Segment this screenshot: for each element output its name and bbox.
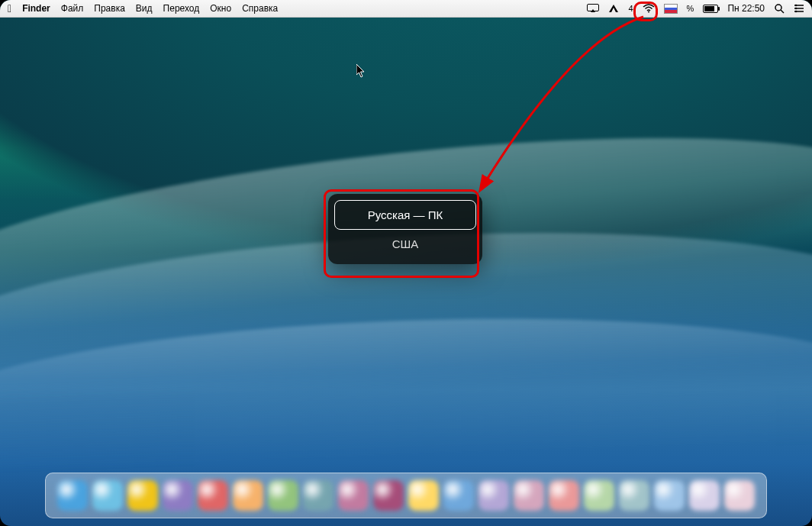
flag-icon — [664, 4, 678, 14]
dock-app[interactable] — [514, 480, 544, 511]
wifi-icon[interactable] — [643, 4, 655, 13]
dock-app[interactable] — [584, 480, 614, 511]
dock-app[interactable] — [233, 480, 263, 511]
dock-app[interactable] — [689, 480, 720, 511]
battery-icon[interactable] — [703, 5, 718, 13]
dock-app[interactable] — [478, 480, 509, 511]
clock[interactable]: Пн 22:50 — [727, 3, 765, 14]
svg-line-5 — [781, 10, 784, 13]
battery-percent-label: % — [687, 4, 694, 13]
svg-point-9 — [795, 5, 798, 7]
dock-app[interactable] — [724, 480, 755, 511]
svg-point-11 — [795, 11, 798, 13]
dock-app[interactable] — [92, 480, 123, 511]
dock-app[interactable] — [443, 480, 474, 511]
dock-app[interactable] — [163, 480, 193, 511]
desktop-screen:  Finder Файл Правка Вид Переход Окно Сп… — [0, 0, 812, 526]
dock-app[interactable] — [57, 480, 88, 511]
dock-app[interactable] — [338, 480, 369, 511]
svg-point-10 — [795, 8, 798, 10]
svg-point-3 — [648, 11, 649, 13]
bluetooth-status[interactable]: 4 — [628, 4, 633, 13]
dock-app[interactable] — [198, 480, 228, 511]
dock[interactable] — [45, 473, 767, 518]
adobe-status-icon[interactable] — [608, 4, 619, 13]
input-source-option-russian[interactable]: Русская — ПК — [334, 200, 476, 230]
dock-app[interactable] — [619, 480, 649, 511]
dock-app[interactable] — [654, 480, 685, 511]
menu-window[interactable]: Окно — [210, 3, 231, 14]
menu-go[interactable]: Переход — [163, 3, 200, 14]
menu-bar-right: 4 % Пн 22:50 — [587, 3, 804, 14]
dock-app[interactable] — [373, 480, 404, 511]
menu-file[interactable]: Файл — [61, 3, 84, 14]
dock-app[interactable] — [268, 480, 298, 511]
input-source-menu-icon[interactable] — [664, 4, 678, 14]
menu-edit[interactable]: Правка — [94, 3, 125, 14]
menu-bar-left:  Finder Файл Правка Вид Переход Окно Сп… — [8, 3, 278, 14]
app-name[interactable]: Finder — [22, 3, 50, 14]
input-source-switcher[interactable]: Русская — ПК США — [328, 194, 482, 264]
screen-mirroring-icon[interactable] — [587, 4, 599, 13]
dock-app[interactable] — [408, 480, 439, 511]
dock-app[interactable] — [303, 480, 334, 511]
dock-app[interactable] — [549, 480, 579, 511]
menu-bar:  Finder Файл Правка Вид Переход Окно Сп… — [0, 0, 812, 18]
svg-point-4 — [775, 5, 781, 11]
svg-marker-2 — [609, 5, 618, 12]
dock-app[interactable] — [127, 480, 158, 511]
apple-menu-icon[interactable]:  — [8, 3, 11, 14]
menu-view[interactable]: Вид — [136, 3, 153, 14]
input-source-option-us[interactable]: США — [334, 230, 476, 258]
notification-center-icon[interactable] — [794, 4, 804, 13]
menu-help[interactable]: Справка — [242, 3, 278, 14]
spotlight-icon[interactable] — [774, 3, 785, 14]
